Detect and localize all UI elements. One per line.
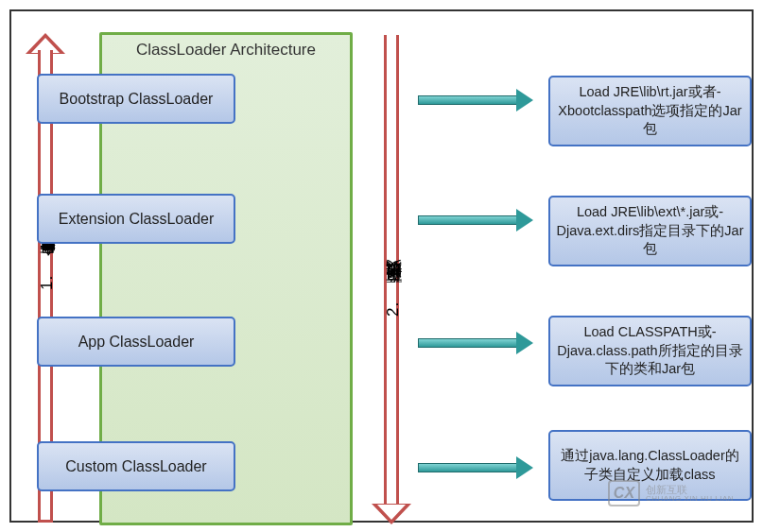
watermark: CX 创新互联 CHUANG XIN HU LIAN [608, 480, 734, 506]
diagram-frame: 1. 自底向上检查类是否已经加载 ClassLoader Architectur… [9, 9, 754, 523]
desc-text: 通过java.lang.ClassLoader的子类自定义加载class [556, 447, 744, 484]
container-title: ClassLoader Architecture [102, 35, 350, 60]
watermark-logo-icon: CX [608, 480, 640, 506]
arrow-right-icon [418, 335, 531, 351]
watermark-text: 创新互联 CHUANG XIN HU LIAN [646, 484, 734, 504]
desc-text: Load JRE\lib\ext\*.jar或-Djava.ext.dirs指定… [556, 203, 744, 259]
desc-bootstrap: Load JRE\lib\rt.jar或者-Xbootclasspath选项指定… [548, 76, 752, 146]
loader-label: Bootstrap ClassLoader [60, 91, 214, 108]
desc-text: Load CLASSPATH或-Djava.class.path所指定的目录下的… [556, 323, 744, 379]
loader-app: App ClassLoader [37, 317, 235, 367]
loader-label: Extension ClassLoader [59, 211, 215, 228]
loader-custom: Custom ClassLoader [37, 441, 235, 491]
loader-extension: Extension ClassLoader [37, 194, 235, 244]
arrow-right-icon [418, 213, 531, 228]
arrow-right-icon [418, 93, 531, 108]
arrow-down-load: 2. 自顶向下尝试加载类 [373, 33, 410, 524]
arrow-up-label: 1. 自底向上检查类是否已经加载 [36, 123, 55, 425]
desc-text: Load JRE\lib\rt.jar或者-Xbootclasspath选项指定… [556, 83, 744, 139]
arrow-down-label: 2. 自顶向下尝试加载类 [382, 194, 401, 411]
loader-bootstrap: Bootstrap ClassLoader [37, 74, 235, 124]
loader-label: App ClassLoader [78, 334, 195, 351]
loader-label: Custom ClassLoader [65, 458, 206, 475]
desc-app: Load CLASSPATH或-Djava.class.path所指定的目录下的… [548, 316, 752, 386]
desc-extension: Load JRE\lib\ext\*.jar或-Djava.ext.dirs指定… [548, 196, 752, 266]
arrow-right-icon [418, 460, 531, 475]
